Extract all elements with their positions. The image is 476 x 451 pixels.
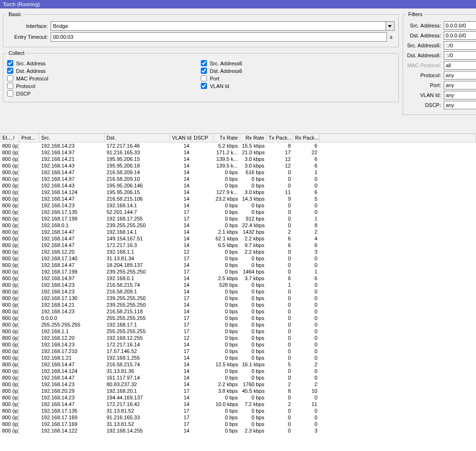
table-row[interactable]: 800 (ip)192.168.14.23216.58.215.118140 b… — [0, 308, 476, 315]
table-cell: 800 (ip) — [0, 427, 19, 434]
table-row[interactable]: 800 (ip)192.168.14.47216.58.215.1061423.… — [0, 195, 476, 202]
column-header[interactable]: DSCP — [192, 134, 214, 142]
column-header[interactable]: VLAN Id — [170, 134, 192, 142]
results-table-container[interactable]: Et... /Prot...Src.Dst.VLAN IdDSCPTx Rate… — [0, 133, 476, 451]
table-row[interactable]: 800 (ip)192.168.14.47216.58.215.741412.5… — [0, 361, 476, 368]
table-row[interactable]: 800 (ip)192.168.14.124195.95.206.1514127… — [0, 189, 476, 195]
table-row[interactable]: 800 (ip)192.168.14.9791.216.165.3314171.… — [0, 149, 476, 156]
table-row[interactable]: 800 (ip)192.168.17.13531.13.81.52170 bps… — [0, 407, 476, 414]
column-header[interactable]: Tx Pack... — [267, 134, 293, 142]
table-cell: 6 — [293, 162, 320, 169]
table-cell: 6 — [293, 142, 320, 149]
table-row[interactable]: 800 (ip)192.168.12.20192.168.12.255120 b… — [0, 335, 476, 341]
table-cell: 17 — [170, 421, 192, 427]
table-row[interactable]: 800 (ip)0.0.0.0255.255.255.255170 bps0 b… — [0, 315, 476, 321]
column-header[interactable]: Dst. — [105, 134, 170, 142]
table-row[interactable]: 800 (ip)192.168.14.47216.58.209.14140 bp… — [0, 169, 476, 176]
table-cell: 0 bps — [214, 169, 240, 176]
filter-input[interactable] — [444, 21, 476, 30]
table-cell: 10.0 kbps — [214, 401, 240, 407]
collect-checkbox[interactable] — [7, 68, 13, 74]
table-row[interactable]: 800 (ip)192.168.17.199239.255.255.250170… — [0, 268, 476, 275]
column-header[interactable]: Et... / — [0, 134, 19, 142]
table-row[interactable]: 800 (ip)192.168.14.47192.168.14.1142.1 k… — [0, 229, 476, 235]
filter-input[interactable] — [444, 71, 476, 80]
table-row[interactable]: 800 (ip)192.168.17.16931.13.81.52170 bps… — [0, 421, 476, 427]
collect-checkbox[interactable] — [7, 60, 13, 66]
table-row[interactable]: 800 (ip)192.168.17.16991.216.165.33170 b… — [0, 414, 476, 421]
table-row[interactable]: 800 (ip)192.168.17.13552.201.144.7170 bp… — [0, 209, 476, 215]
table-row[interactable]: 800 (ip)192.168.14.4718.204.189.137140 b… — [0, 262, 476, 268]
table-cell: 0 — [267, 176, 293, 182]
table-row[interactable]: 800 (ip)192.168.14.97216.58.209.10140 bp… — [0, 176, 476, 182]
table-row[interactable]: 800 (ip)192.168.17.130239.255.255.250170… — [0, 295, 476, 301]
entry-timeout-input[interactable] — [51, 32, 387, 42]
table-row[interactable]: 800 (ip)192.168.17.14031.13.81.34170 bps… — [0, 255, 476, 262]
table-row[interactable]: 800 (ip)192.168.0.1239.255.255.250140 bp… — [0, 222, 476, 229]
filter-input[interactable] — [444, 51, 476, 60]
table-row[interactable]: 800 (ip)192.168.14.47172.217.16.421410.0… — [0, 401, 476, 407]
filter-input[interactable] — [444, 91, 476, 99]
collect-checkbox[interactable] — [201, 68, 207, 74]
collect-label: Src. Address6 — [210, 61, 242, 66]
interface-dropdown-button[interactable] — [386, 21, 395, 31]
column-header[interactable]: Rx Pack... — [293, 134, 320, 142]
table-row[interactable]: 800 (ip)192.168.14.12431.13.81.36140 bps… — [0, 368, 476, 374]
table-row[interactable]: 800 (ip)192.168.14.122192.168.14.255140 … — [0, 427, 476, 434]
column-header[interactable]: Src. — [39, 134, 105, 142]
filter-input[interactable] — [444, 61, 476, 70]
column-header[interactable]: Tx Rate — [214, 134, 240, 142]
table-row[interactable]: 800 (ip)192.168.14.2380.83.237.32142.2 k… — [0, 381, 476, 388]
table-row[interactable]: 800 (ip)255.255.255.255192.168.17.1170 b… — [0, 321, 476, 328]
filter-input[interactable] — [444, 81, 476, 89]
table-row[interactable]: 800 (ip)192.168.14.47161.117.97.14140 bp… — [0, 374, 476, 381]
table-cell: 192.168.17.169 — [39, 414, 105, 421]
collect-checkbox[interactable] — [7, 90, 13, 97]
table-row[interactable]: 800 (ip)192.168.14.23194.44.169.137140 b… — [0, 394, 476, 401]
table-row[interactable]: 800 (ip)192.168.14.47172.217.16.3146.5 k… — [0, 242, 476, 248]
table-row[interactable]: 800 (ip)192.168.14.47149.154.167.511462.… — [0, 235, 476, 242]
filter-input[interactable] — [444, 31, 476, 40]
table-row[interactable]: 800 (ip)192.168.14.21239.255.255.250140 … — [0, 301, 476, 308]
table-cell: 0 bps — [214, 209, 240, 215]
table-row[interactable]: 800 (ip)192.168.14.43195.95.206.1814139.… — [0, 162, 476, 169]
table-cell: 0 bps — [214, 315, 240, 321]
table-cell: 800 (ip) — [0, 354, 19, 361]
collect-checkbox[interactable] — [201, 60, 207, 66]
interface-input[interactable] — [51, 21, 386, 31]
table-cell: 0 — [293, 394, 320, 401]
table-row[interactable]: 800 (ip)192.168.12.20192.168.1.1120 bps2… — [0, 248, 476, 255]
table-row[interactable]: 800 (ip)192.168.14.23216.58.215.7414528 … — [0, 282, 476, 288]
table-row[interactable]: 800 (ip)192.168.14.43195.95.206.146140 b… — [0, 182, 476, 189]
table-row[interactable]: 800 (ip)192.168.20.29192.168.20.1173.8 k… — [0, 388, 476, 394]
table-row[interactable]: 800 (ip)192.168.14.23172.217.16.14140 bp… — [0, 341, 476, 348]
table-cell: 192.168.14.43 — [39, 182, 105, 189]
table-cell — [19, 176, 39, 182]
table-row[interactable]: 800 (ip)192.168.14.23172.217.16.46145.2 … — [0, 142, 476, 149]
table-cell: 1464 bps — [240, 268, 267, 275]
table-cell — [19, 255, 39, 262]
table-row[interactable]: 800 (ip)192.168.14.23216.58.209.1140 bps… — [0, 288, 476, 295]
column-header[interactable]: Prot... — [19, 134, 39, 142]
table-cell: 62.1 kbps — [214, 235, 240, 242]
collect-label: Dst. Address — [16, 68, 45, 74]
table-row[interactable]: 800 (ip)192.168.14.23192.168.14.1140 bps… — [0, 202, 476, 209]
table-row[interactable]: 800 (ip)192.168.1.21192.168.1.255140 bps… — [0, 354, 476, 361]
filter-input[interactable] — [444, 101, 476, 109]
collect-checkbox[interactable] — [201, 75, 207, 81]
table-cell: 0 bps — [214, 341, 240, 348]
collect-checkbox[interactable] — [7, 83, 13, 89]
table-cell — [192, 142, 214, 149]
column-header[interactable]: Rx Rate — [240, 134, 267, 142]
table-cell: 195.95.206.146 — [105, 182, 170, 189]
table-row[interactable]: 800 (ip)192.168.17.199192.168.17.255170 … — [0, 215, 476, 222]
table-row[interactable]: 800 (ip)192.168.17.21017.57.146.52170 bp… — [0, 348, 476, 354]
table-header-row[interactable]: Et... /Prot...Src.Dst.VLAN IdDSCPTx Rate… — [0, 134, 476, 142]
table-cell: 0 — [293, 301, 320, 308]
table-row[interactable]: 800 (ip)192.168.1.1255.255.255.255170 bp… — [0, 328, 476, 335]
collect-checkbox[interactable] — [201, 83, 207, 89]
collect-checkbox[interactable] — [7, 75, 13, 81]
filter-input[interactable] — [444, 41, 476, 50]
table-row[interactable]: 800 (ip)192.168.14.97192.168.0.1142.5 kb… — [0, 275, 476, 282]
table-row[interactable]: 800 (ip)192.168.14.21195.95.206.1514139.… — [0, 156, 476, 162]
